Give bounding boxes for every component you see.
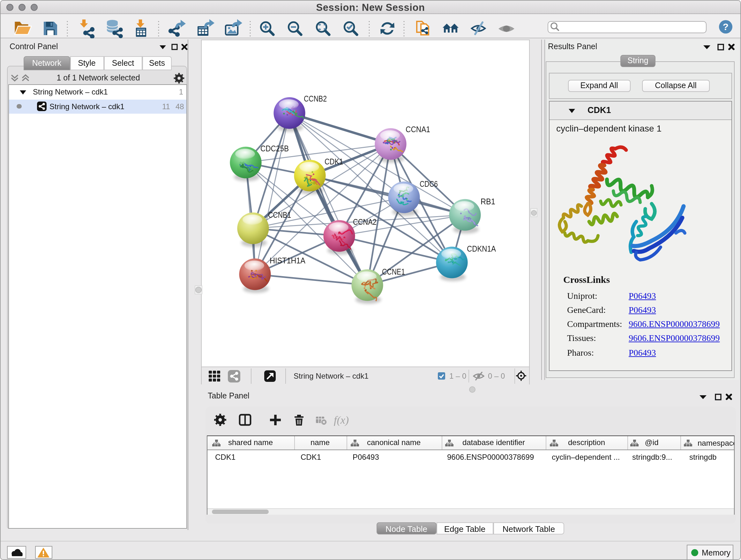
svg-text:CDC25B: CDC25B (260, 143, 289, 153)
svg-text:CCNA2: CCNA2 (353, 217, 377, 226)
svg-text:f(x): f(x) (334, 414, 349, 426)
svg-text:?: ? (723, 21, 729, 32)
svg-text:CDK1: CDK1 (325, 157, 343, 166)
svg-text:RB1: RB1 (481, 196, 495, 206)
svg-text:CDC6: CDC6 (420, 179, 438, 188)
svg-text:CCNE1: CCNE1 (382, 266, 405, 276)
svg-text:CCNB1: CCNB1 (268, 210, 291, 219)
svg-text:CCNB2: CCNB2 (304, 94, 327, 103)
svg-text:HIST1H1A: HIST1H1A (270, 255, 306, 265)
svg-text:CCNA1: CCNA1 (406, 124, 430, 134)
svg-text:CDKN1A: CDKN1A (467, 244, 496, 253)
